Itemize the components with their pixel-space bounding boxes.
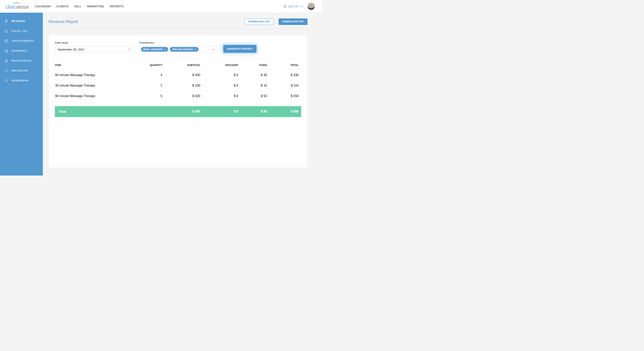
remove-chip-icon[interactable]: × — [194, 48, 196, 51]
total-taxes: $ 90 — [238, 106, 267, 117]
calendar-icon — [4, 39, 8, 43]
total-quantity — [129, 106, 162, 117]
filters-row: Date range Practitioners MARY JOHNSON — [55, 41, 301, 53]
nav-item-calendar[interactable]: CALENDAR — [35, 5, 51, 8]
total-total: $ 990 — [267, 106, 301, 117]
column-header-item: ITEM — [55, 58, 129, 70]
date-range-input[interactable] — [55, 46, 133, 53]
practitioners-label: Practitioners — [139, 41, 217, 44]
cell-item: 30 minute Massage Therapy — [55, 80, 129, 91]
sidebar-item-receivables[interactable]: $ RECEIVABLES — [0, 56, 43, 66]
remove-chip-icon[interactable]: × — [164, 48, 166, 51]
download-csv-button[interactable]: DOWNLOAD CSV — [244, 18, 274, 25]
sidebar-item-sales-tax[interactable]: SALES TAX — [0, 26, 43, 36]
cell-item: 90 minute Massage Therapy — [55, 91, 129, 101]
cell-taxes: $ 30 — [238, 70, 267, 80]
table-spacer-row — [55, 101, 301, 106]
date-range-field: Date range — [55, 41, 133, 53]
date-range-label: Date range — [55, 41, 133, 44]
column-header-taxes: TAXES — [238, 58, 267, 70]
column-header-total: TOTAL — [267, 58, 301, 70]
sidebar-item-label: REVENUE — [12, 20, 25, 22]
table-total-row: Total $ 900 $ 0 $ 90 $ 990 — [55, 106, 301, 117]
sidebar-item-reminders[interactable]: REMINDERS — [0, 76, 43, 86]
cell-taxes: $ 10 — [238, 80, 267, 91]
total-subtotal: $ 900 — [162, 106, 200, 117]
sidebar-item-label: WIN-BACKS — [12, 69, 28, 72]
cell-quantity: 2 — [129, 80, 162, 91]
cell-discount: $ 0 — [200, 91, 238, 101]
cell-subtotal: $ 500 — [162, 91, 200, 101]
sidebar-item-label: PAYMENTS — [12, 49, 27, 52]
table-row: 90 minute Massage Therapy 5 $ 500 $ 0 $ … — [55, 91, 301, 101]
practitioner-chip[interactable]: MARY JOHNSON × — [141, 47, 168, 52]
page-header: Revenue Report DOWNLOAD CSV DOWNLOAD PDF — [48, 18, 308, 25]
cell-total: $ 330 — [267, 70, 301, 80]
sidebar-item-revenue[interactable]: $ REVENUE — [0, 16, 43, 26]
sidebar-item-appointments[interactable]: APPOINTMENTS — [0, 36, 43, 46]
nav-item-marketing[interactable]: MARKETING — [87, 5, 104, 8]
chevron-down-icon — [300, 5, 303, 7]
sidebar-item-label: APPOINTMENTS — [12, 40, 34, 42]
cell-subtotal: $ 100 — [162, 80, 200, 91]
sidebar-item-label: RECEIVABLES — [12, 59, 32, 62]
generate-report-button[interactable]: GENERATE REPORT — [223, 45, 256, 53]
main-content: Revenue Report DOWNLOAD CSV DOWNLOAD PDF… — [43, 13, 322, 175]
table-header-row: ITEM QUANTITY SUBTOTAL DISCOUNT TAXES TO… — [55, 58, 301, 70]
report-card: Date range Practitioners MARY JOHNSON — [48, 35, 308, 168]
top-bar-right: ⚙ SETUP — [283, 2, 315, 10]
gear-icon: ⚙ — [283, 4, 287, 8]
table-row: 60 minute Massage Therapy 4 $ 300 $ 0 $ … — [55, 70, 301, 80]
practitioner-chip-label: TREVOR HUDSON — [172, 48, 193, 50]
cell-quantity: 4 — [129, 70, 162, 80]
svg-text:$: $ — [6, 20, 7, 22]
practitioner-chip[interactable]: TREVOR HUDSON × — [170, 47, 199, 52]
cell-total: $ 110 — [267, 80, 301, 91]
sidebar-item-label: SALES TAX — [12, 30, 28, 32]
svg-text:$: $ — [6, 61, 7, 62]
cell-discount: $ 0 — [200, 80, 238, 91]
cash-register-icon — [4, 49, 8, 53]
sidebar: $ REVENUE SALES TAX APPOINTMENTS PAYMENT… — [0, 13, 43, 175]
total-discount: $ 0 — [200, 106, 238, 117]
user-avatar[interactable] — [307, 2, 315, 10]
cell-total: $ 550 — [267, 91, 301, 101]
table-row: 30 minute Massage Therapy 2 $ 100 $ 0 $ … — [55, 80, 301, 91]
practitioners-field: Practitioners MARY JOHNSON × TREVOR HUDS… — [139, 41, 217, 53]
top-bar: clinicsense CALENDAR CLIENTS SELL MARKET… — [0, 0, 322, 13]
column-header-discount: DISCOUNT — [200, 58, 238, 70]
cell-subtotal: $ 300 — [162, 70, 200, 80]
setup-label: SETUP — [288, 5, 298, 8]
logo-text-clinic: clinic — [6, 4, 16, 10]
page-title: Revenue Report — [48, 19, 78, 24]
header-divider — [48, 29, 308, 29]
logo-text-sense: sense — [16, 4, 29, 10]
nav-item-clients[interactable]: CLIENTS — [56, 5, 68, 8]
money-bag-icon: $ — [4, 19, 8, 23]
receipt-icon: $ — [4, 59, 8, 63]
revenue-table: ITEM QUANTITY SUBTOTAL DISCOUNT TAXES TO… — [55, 58, 301, 117]
total-label: Total — [55, 106, 129, 117]
sidebar-item-payments[interactable]: PAYMENTS — [0, 46, 43, 56]
column-header-quantity: QUANTITY — [129, 58, 162, 70]
sidebar-item-label: REMINDERS — [12, 79, 29, 82]
chevron-down-icon[interactable] — [212, 48, 215, 50]
download-pdf-button[interactable]: DOWNLOAD PDF — [278, 18, 308, 25]
nav-item-sell[interactable]: SELL — [74, 5, 81, 8]
bell-icon — [4, 78, 8, 83]
percent-icon — [4, 29, 8, 33]
refresh-arrows-icon — [4, 68, 8, 73]
main-nav: CALENDAR CLIENTS SELL MARKETING REPORTS — [35, 5, 124, 8]
cell-item: 60 minute Massage Therapy — [55, 70, 129, 80]
cell-discount: $ 0 — [200, 70, 238, 80]
app-root: clinicsense CALENDAR CLIENTS SELL MARKET… — [0, 0, 322, 175]
column-header-subtotal: SUBTOTAL — [162, 58, 200, 70]
setup-menu-button[interactable]: ⚙ SETUP — [283, 4, 303, 8]
calendar-input-icon[interactable] — [128, 47, 131, 51]
nav-item-reports[interactable]: REPORTS — [110, 5, 124, 8]
sidebar-item-win-backs[interactable]: WIN-BACKS — [0, 66, 43, 76]
brand-logo[interactable]: clinicsense — [6, 3, 29, 9]
cell-taxes: $ 50 — [238, 91, 267, 101]
cell-quantity: 5 — [129, 91, 162, 101]
practitioners-select[interactable]: MARY JOHNSON × TREVOR HUDSON × — [139, 46, 217, 53]
